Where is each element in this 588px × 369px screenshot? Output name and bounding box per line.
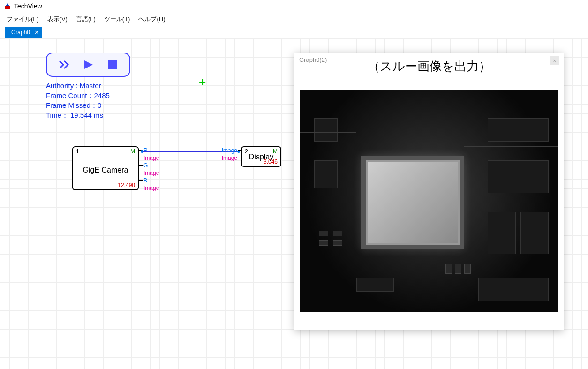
svg-marker-1 xyxy=(6,3,9,6)
pcb-smd xyxy=(333,231,342,236)
pcb-chip xyxy=(361,156,464,249)
pcb-component xyxy=(314,160,338,188)
stat-frame-count: Frame Count：2485 xyxy=(46,90,110,100)
pcb-component xyxy=(520,212,549,254)
tab-graph0[interactable]: Graph0 × xyxy=(5,27,42,38)
pcb-smd xyxy=(333,240,342,246)
svg-rect-0 xyxy=(5,6,10,9)
app-icon xyxy=(4,2,11,10)
pcb-smd xyxy=(319,231,328,236)
menu-view[interactable]: 表示(V) xyxy=(47,15,68,23)
step-button[interactable] xyxy=(57,58,71,72)
menu-language[interactable]: 言語(L) xyxy=(76,15,96,23)
pcb-smd xyxy=(445,264,452,274)
node-m-flag: M xyxy=(130,148,135,155)
port-camera-g-type: Image xyxy=(139,170,159,176)
node-gige-camera[interactable]: 1 M GigE Camera 12.490 xyxy=(72,146,139,190)
pcb-smd xyxy=(455,264,461,274)
preview-caption: （スルー画像を出力） xyxy=(294,58,564,75)
add-cursor-icon: + xyxy=(199,75,206,90)
node-time: 3.046 xyxy=(264,158,278,165)
svg-marker-2 xyxy=(84,60,93,69)
menu-help[interactable]: ヘルプ(H) xyxy=(138,15,165,23)
pcb-component xyxy=(488,118,549,142)
pcb-smd xyxy=(464,264,471,274)
node-index: 1 xyxy=(76,148,79,155)
tab-label: Graph0 xyxy=(11,29,30,36)
pcb-smd xyxy=(319,240,328,246)
node-display[interactable]: 2 M Display 3.046 xyxy=(241,146,281,167)
menu-bar: ファイル(F) 表示(V) 言語(L) ツール(T) ヘルプ(H) xyxy=(0,12,588,27)
port-camera-r-type: Image xyxy=(139,155,159,161)
pcb-trace xyxy=(300,132,356,133)
app-title: TechView xyxy=(14,2,42,10)
node-time: 12.490 xyxy=(118,182,135,188)
port-camera-b[interactable]: B xyxy=(139,177,147,184)
pcb-component xyxy=(478,278,549,301)
menu-file[interactable]: ファイル(F) xyxy=(7,15,39,23)
pcb-component xyxy=(314,118,338,142)
pcb-component xyxy=(488,212,516,254)
port-camera-g[interactable]: G xyxy=(139,162,148,169)
pcb-trace xyxy=(361,259,464,259)
svg-rect-3 xyxy=(108,60,117,69)
run-stats: Authority : Master Frame Count：2485 Fram… xyxy=(46,81,110,120)
tab-close-icon[interactable]: × xyxy=(35,29,38,36)
pcb-background xyxy=(300,90,558,312)
stat-authority: Authority : Master xyxy=(46,81,110,90)
stat-time: Time： 19.544 ms xyxy=(46,110,110,120)
pcb-trace xyxy=(464,137,558,137)
port-display-in-type: Image xyxy=(215,155,242,161)
tab-strip: Graph0 × xyxy=(0,27,588,38)
pcb-component xyxy=(356,278,394,292)
preview-window[interactable]: Graph0(2) × （スルー画像を出力） xyxy=(294,53,564,330)
node-title: GigE Camera xyxy=(73,166,138,174)
pcb-trace xyxy=(300,142,356,142)
pcb-component xyxy=(488,160,549,193)
stat-frame-missed: Frame Missed：0 xyxy=(46,100,110,110)
port-display-in[interactable]: Image xyxy=(215,147,242,154)
stop-button[interactable] xyxy=(106,58,120,72)
port-camera-b-type: Image xyxy=(139,185,159,191)
run-control-toolbar xyxy=(46,53,130,77)
connection-endpoint[interactable] xyxy=(141,150,143,153)
menu-tool[interactable]: ツール(T) xyxy=(104,15,130,23)
graph-canvas[interactable]: Authority : Master Frame Count：2485 Fram… xyxy=(0,38,588,369)
play-button[interactable] xyxy=(81,58,95,72)
preview-image xyxy=(300,90,558,312)
pcb-trace xyxy=(464,146,558,147)
title-bar: TechView xyxy=(0,0,588,12)
